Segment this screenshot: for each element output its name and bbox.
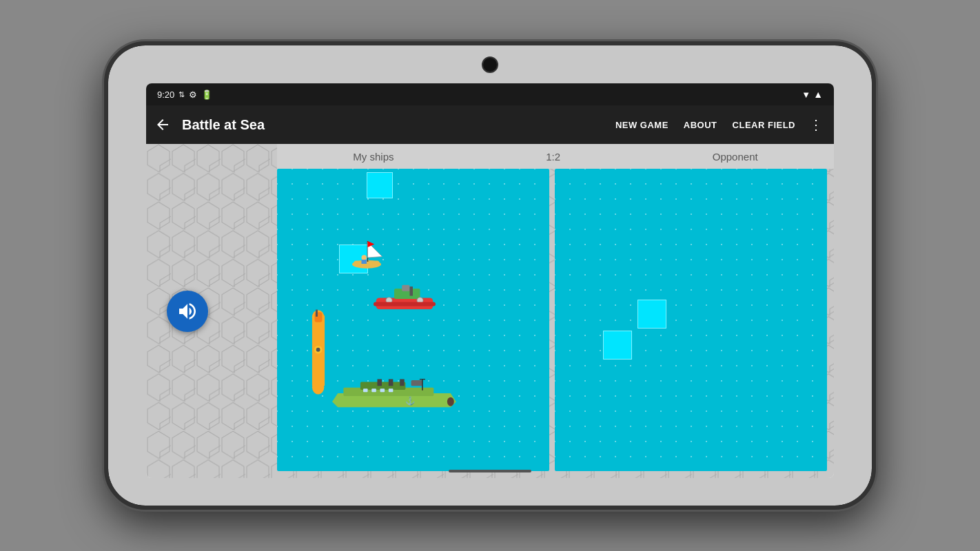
power-button[interactable] bbox=[872, 197, 876, 235]
toolbar: Battle at Sea NEW GAME ABOUT CLEAR FIELD… bbox=[146, 105, 834, 144]
toolbar-actions: NEW GAME ABOUT CLEAR FIELD ⋮ bbox=[609, 112, 828, 137]
screen: 9:20 ⇅ ⚙ 🔋 ▼ ▲ Battle at Sea NEW GAME AB… bbox=[146, 83, 834, 478]
wifi-icon: ▼ bbox=[802, 90, 810, 100]
svg-rect-13 bbox=[410, 287, 414, 296]
svg-text:⚓: ⚓ bbox=[405, 396, 416, 406]
opponent-board[interactable] bbox=[555, 169, 827, 471]
status-right: ▼ ▲ bbox=[802, 89, 823, 100]
svg-rect-36 bbox=[389, 388, 394, 392]
home-indicator[interactable] bbox=[449, 470, 531, 472]
new-game-button[interactable]: NEW GAME bbox=[609, 114, 675, 136]
time-display: 9:20 bbox=[157, 90, 174, 100]
phone-shell: 9:20 ⇅ ⚙ 🔋 ▼ ▲ Battle at Sea NEW GAME AB… bbox=[104, 41, 876, 510]
svg-rect-27 bbox=[377, 379, 382, 386]
volume-down-button[interactable] bbox=[104, 225, 108, 252]
svg-rect-26 bbox=[360, 382, 405, 390]
my-ships-board[interactable]: ⚓ bbox=[277, 169, 549, 471]
game-area: My ships 1:2 Opponent bbox=[146, 144, 834, 478]
svg-rect-30 bbox=[411, 380, 422, 386]
about-button[interactable]: ABOUT bbox=[677, 114, 724, 136]
signal-icon: ▲ bbox=[813, 89, 823, 100]
svg-point-23 bbox=[316, 348, 320, 352]
hit-square-1 bbox=[367, 172, 393, 198]
my-ships-label: My ships bbox=[353, 151, 394, 163]
svg-rect-35 bbox=[380, 388, 385, 392]
warship-ship: ⚓ bbox=[332, 379, 456, 413]
svg-point-37 bbox=[447, 397, 454, 406]
svg-rect-29 bbox=[400, 379, 405, 386]
sound-icon bbox=[176, 300, 198, 322]
clear-field-button[interactable]: CLEAR FIELD bbox=[726, 114, 802, 136]
svg-rect-28 bbox=[389, 379, 394, 386]
svg-rect-9 bbox=[362, 260, 367, 264]
sound-button[interactable] bbox=[167, 291, 208, 332]
boards-container: ⚓ bbox=[277, 169, 827, 471]
svg-rect-16 bbox=[374, 302, 436, 306]
back-button[interactable] bbox=[149, 111, 176, 138]
status-bar: 9:20 ⇅ ⚙ 🔋 ▼ ▲ bbox=[146, 83, 834, 105]
opp-hit-square-1 bbox=[637, 300, 666, 329]
app-title: Battle at Sea bbox=[182, 117, 603, 133]
data-icon: ⇅ bbox=[178, 90, 185, 99]
score-ratio: 1:2 bbox=[546, 151, 560, 163]
svg-rect-33 bbox=[363, 388, 368, 392]
submarine-ship bbox=[305, 306, 332, 403]
opponent-label: Opponent bbox=[713, 151, 758, 163]
tugboat-ship bbox=[374, 282, 436, 313]
more-options-button[interactable]: ⋮ bbox=[804, 112, 828, 137]
svg-rect-34 bbox=[371, 388, 376, 392]
svg-point-19 bbox=[312, 380, 324, 394]
score-bar: My ships 1:2 Opponent bbox=[277, 144, 834, 169]
sailboat-ship bbox=[346, 231, 387, 272]
front-camera bbox=[482, 56, 498, 73]
settings-icon: ⚙ bbox=[189, 90, 197, 100]
svg-rect-12 bbox=[402, 285, 409, 291]
opp-hit-square-2 bbox=[603, 331, 632, 360]
svg-point-8 bbox=[362, 255, 367, 260]
status-left: 9:20 ⇅ ⚙ 🔋 bbox=[157, 90, 212, 100]
volume-up-button[interactable] bbox=[104, 183, 108, 211]
battery-icon: 🔋 bbox=[201, 90, 212, 100]
svg-rect-21 bbox=[316, 310, 318, 317]
